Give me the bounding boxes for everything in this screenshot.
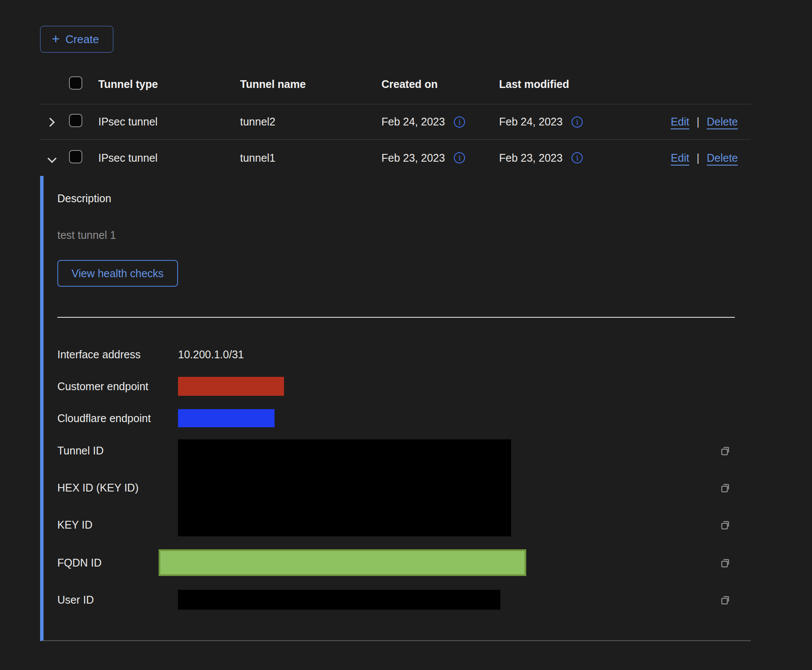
col-header-tunnel-name: Tunnel name [240,78,381,91]
edit-link[interactable]: Edit [671,152,689,164]
interface-address-row: Interface address 10.200.1.0/31 [57,348,751,361]
tunnel1-expanded-panel: Description test tunnel 1 View health ch… [40,176,751,641]
created-on-value: Feb 24, 2023 [381,116,445,128]
chevron-right-icon[interactable] [46,118,55,127]
table-header-row: Tunnel type Tunnel name Created on Last … [40,64,751,104]
plus-icon: + [52,32,60,46]
tunnel-ids-group: Tunnel ID HEX ID (KEY ID) KEY ID [57,439,751,536]
row-checkbox[interactable] [69,114,82,127]
hex-id-label: HEX ID (KEY ID) [57,482,178,494]
cloudflare-endpoint-label: Cloudflare endpoint [57,412,178,425]
copy-icon[interactable] [719,557,731,569]
interface-address-value: 10.200.1.0/31 [178,348,244,361]
col-header-created-on: Created on [381,78,499,91]
table-row-tunnel2: IPsec tunnel tunnel2 Feb 24, 2023 i Feb … [40,104,751,140]
fqdn-id-redacted-value [159,549,526,576]
action-separator: | [696,152,700,164]
tunnel-id-label: Tunnel ID [57,445,178,457]
select-all-checkbox[interactable] [69,76,82,90]
tunnels-page: + Create Tunnel type Tunnel name Created… [0,0,812,670]
customer-endpoint-row: Customer endpoint [57,377,751,396]
copy-icon[interactable] [719,482,731,494]
panel-divider [57,317,735,318]
tunnel-type-cell: IPsec tunnel [98,116,240,128]
info-icon[interactable]: i [572,152,583,163]
tunnel-table: Tunnel type Tunnel name Created on Last … [40,64,751,641]
delete-link[interactable]: Delete [707,152,738,164]
delete-link[interactable]: Delete [707,116,738,128]
user-id-redacted-value [178,590,500,610]
info-icon[interactable]: i [454,116,465,128]
ids-redacted-value [178,439,511,536]
description-value: test tunnel 1 [57,229,751,241]
fqdn-id-row: FQDN ID [57,549,751,576]
create-button-label: Create [66,33,99,46]
col-header-tunnel-type: Tunnel type [98,78,240,91]
interface-address-label: Interface address [57,348,178,361]
view-health-checks-button[interactable]: View health checks [57,260,178,287]
copy-icon[interactable] [719,445,731,457]
cloudflare-endpoint-redacted-value [178,409,275,427]
col-header-last-modified: Last modified [499,78,638,91]
last-modified-value: Feb 23, 2023 [499,152,562,164]
tunnel-name-cell: tunnel1 [240,152,381,164]
ids-labels: Tunnel ID HEX ID (KEY ID) KEY ID [57,439,178,536]
key-id-label: KEY ID [57,519,178,531]
last-modified-value: Feb 24, 2023 [499,116,562,128]
customer-endpoint-redacted-value [178,377,284,396]
tunnel-name-cell: tunnel2 [240,116,381,128]
table-row-tunnel1: IPsec tunnel tunnel1 Feb 23, 2023 i Feb … [40,140,751,176]
tunnel-type-cell: IPsec tunnel [98,152,240,164]
user-id-row: User ID [57,590,751,610]
created-on-value: Feb 23, 2023 [381,152,445,164]
edit-link[interactable]: Edit [671,116,689,128]
cloudflare-endpoint-row: Cloudflare endpoint [57,409,751,427]
description-label: Description [57,192,751,205]
info-icon[interactable]: i [572,116,583,128]
chevron-down-icon[interactable] [47,153,56,163]
action-separator: | [696,116,700,128]
copy-icon[interactable] [719,519,731,531]
customer-endpoint-label: Customer endpoint [57,380,178,393]
info-icon[interactable]: i [454,152,465,163]
copy-icon[interactable] [719,594,731,606]
create-button[interactable]: + Create [40,26,113,53]
ids-copy-buttons [719,439,731,536]
user-id-label: User ID [57,594,178,606]
row-checkbox[interactable] [69,150,82,163]
